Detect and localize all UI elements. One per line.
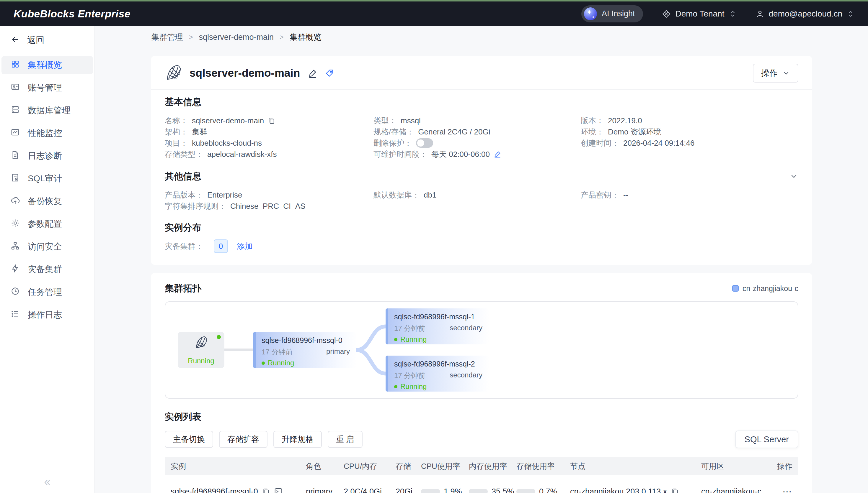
breadcrumb-current: 集群概览 [289,32,321,42]
terminal-icon[interactable] [274,487,283,493]
instance-list-heading: 实例列表 [165,412,798,422]
main-content: 集群管理 > sqlserver-demo-main > 集群概览 sqlser… [95,26,868,493]
chevron-down-icon [782,69,790,77]
sidebar-item-logs[interactable]: 日志诊断 [1,147,93,165]
col-cpu-usage: CPU使用率 [421,461,469,471]
add-dr-cluster-link[interactable]: 添加 [237,241,253,252]
row-actions-more-icon[interactable]: ⋯ [775,486,792,493]
edit-maintenance-icon[interactable] [493,150,502,158]
basic-info-heading: 基本信息 [165,97,798,107]
col-storage-usage: 存储使用率 [517,461,570,471]
breadcrumb-cluster-management[interactable]: 集群管理 [151,32,183,42]
app-logo: KubeBlocks Enterprise [14,8,130,20]
topology-heading: 集群拓扑 [165,283,201,294]
status-dot [394,338,397,341]
cluster-node[interactable]: Running [178,332,224,368]
back-button[interactable]: 返回 [0,29,95,52]
zone-legend-label: cn-zhangjiakou-c [743,284,798,293]
sidebar-item-parameters[interactable]: 参数配置 [1,215,93,233]
instance-role: secondary [450,324,482,333]
sidebar-item-access-security[interactable]: 访问安全 [1,238,93,256]
instance-node-secondary-1[interactable]: sqlse-fd968996f-mssql-1 17 分钟前 secondary… [386,308,489,344]
sqlserver-logo-icon [194,336,208,350]
sidebar-item-label: 账号管理 [28,82,62,94]
delete-protection-toggle[interactable] [416,138,433,148]
copy-icon[interactable] [671,488,679,493]
sidebar-item-databases[interactable]: 数据库管理 [1,102,93,120]
instance-age: 17 分钟前 [394,371,425,380]
user-label: demo@apecloud.cn [769,9,842,19]
mem-usage-bar [469,489,488,493]
topology-connector [224,348,253,351]
chevron-updown-icon [847,9,854,18]
instance-node-primary[interactable]: sqlse-fd968996f-mssql-0 17 分钟前 primary R… [253,332,356,368]
col-role: 角色 [306,461,344,471]
col-actions: 操作 [775,461,792,471]
sidebar-item-tasks[interactable]: 任务管理 [1,283,93,301]
instance-age: 17 分钟前 [394,324,425,333]
sidebar-item-label: 集群概览 [28,59,62,71]
instance-role: secondary [450,371,482,380]
field-name: 名称： sqlserver-demo-main [165,115,374,126]
sidebar-item-performance[interactable]: 性能监控 [1,124,93,143]
cell-cpu-mem: 2.0C/4.0Gi [344,487,396,493]
instance-status: Running [400,382,427,391]
back-label: 返回 [27,35,44,46]
ai-sparkle-icon [584,7,597,20]
storage-expand-button[interactable]: 存储扩容 [219,431,267,448]
monitor-chart-icon [11,128,20,139]
gear-icon [11,218,20,230]
ai-insight-button[interactable]: AI Insight [581,5,643,22]
resize-spec-button[interactable]: 升降规格 [274,431,322,448]
sidebar-item-label: 任务管理 [28,286,62,298]
copy-icon[interactable] [262,488,270,493]
sidebar-item-backup[interactable]: 备份恢复 [1,192,93,211]
switchover-button[interactable]: 主备切换 [165,431,213,448]
instance-table: 实例 角色 CPU/内存 存储 CPU使用率 内存使用率 存储使用率 节点 可用… [165,457,798,493]
breadcrumb: 集群管理 > sqlserver-demo-main > 集群概览 [151,31,812,44]
sidebar-collapse-button[interactable]: « [0,476,95,488]
tag-icon[interactable] [325,68,334,78]
breadcrumb-cluster-name[interactable]: sqlserver-demo-main [199,33,274,42]
sidebar-item-dr-clusters[interactable]: 灾备集群 [1,260,93,279]
field-maintenance-window: 可维护时间段： 每天 02:00-06:00 [374,149,581,160]
instance-name: sqlse-fd968996f-mssql-0 [170,487,258,493]
sidebar-item-cluster-overview[interactable]: 集群概览 [1,56,93,74]
dr-cluster-count[interactable]: 0 [214,239,228,253]
field-product-version: 产品版本： Enterprise [165,189,374,200]
field-collation: 字符集排序规则： Chinese_PRC_CI_AS [165,200,374,212]
engine-type-button[interactable]: SQL Server [735,430,798,448]
cell-zone: cn-zhangjiakou-c [701,487,775,493]
list-icon [11,309,20,321]
cluster-detail-card: 集群拓扑 cn-zhangjiakou-c Running sqlse-fd96… [151,273,812,493]
field-type: 类型： mssql [374,115,581,126]
status-dot [394,385,397,388]
copy-icon[interactable] [267,117,275,124]
instance-node-secondary-2[interactable]: sqlse-fd968996f-mssql-2 17 分钟前 secondary… [386,356,489,391]
user-menu[interactable]: demo@apecloud.cn [755,9,854,19]
audit-doc-icon [11,173,20,184]
field-environment: 环境： Demo 资源环境 [581,126,798,137]
status-dot [262,362,265,365]
cluster-status: Running [178,357,224,365]
sidebar-item-accounts[interactable]: 账号管理 [1,79,93,97]
cell-mem-usage: 35.5% [469,487,517,493]
actions-dropdown-button[interactable]: 操作 [753,64,798,83]
status-dot [217,335,221,339]
instance-age: 17 分钟前 [262,347,292,357]
org-nodes-icon [11,241,20,252]
actions-label: 操作 [761,67,778,79]
sidebar: 返回 集群概览 账号管理 数据库管理 性能监控 日志诊断 [0,26,95,493]
sidebar-item-operation-logs[interactable]: 操作日志 [1,306,93,324]
tenant-selector[interactable]: Demo Tenant [662,9,736,19]
cell-role: primary [306,487,344,493]
field-version: 版本： 2022.19.0 [581,115,798,126]
edit-title-icon[interactable] [308,68,318,78]
collapse-section-chevron-icon[interactable] [789,172,798,181]
log-file-icon [11,150,20,162]
restart-button[interactable]: 重 启 [328,431,363,448]
cell-storage-usage: 0.7% [517,487,570,493]
table-header-row: 实例 角色 CPU/内存 存储 CPU使用率 内存使用率 存储使用率 节点 可用… [165,457,798,475]
sidebar-item-sql-audit[interactable]: SQL审计 [1,170,93,188]
database-icon [11,105,20,116]
